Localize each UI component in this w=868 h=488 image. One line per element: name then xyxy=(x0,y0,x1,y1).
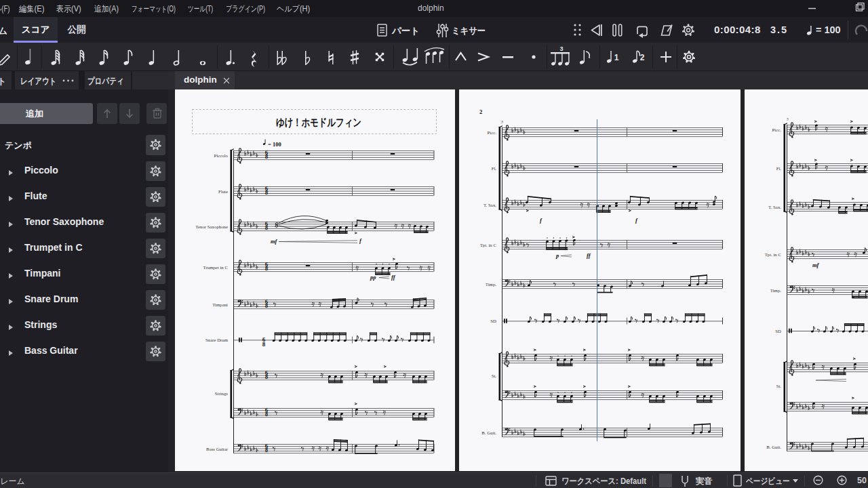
svg-text:Fl.: Fl. xyxy=(776,166,782,171)
svg-text:T. Sax.: T. Sax. xyxy=(484,203,496,207)
svg-text:Tpt. in C: Tpt. in C xyxy=(480,243,497,247)
svg-text:2: 2 xyxy=(479,108,482,115)
svg-text:5: 5 xyxy=(787,117,789,121)
svg-text:ff: ff xyxy=(587,252,591,259)
svg-text:Picc.: Picc. xyxy=(772,127,782,132)
svg-text:mf: mf xyxy=(271,238,278,245)
svg-text:Picc.: Picc. xyxy=(488,130,497,135)
svg-text:3: 3 xyxy=(500,120,503,124)
svg-text:ff: ff xyxy=(391,274,396,281)
svg-text:St.: St. xyxy=(776,384,782,388)
svg-text:Timp.: Timp. xyxy=(486,282,496,287)
svg-text:T. Sax.: T. Sax. xyxy=(768,205,781,209)
svg-text:B. Guit.: B. Guit. xyxy=(481,430,496,435)
svg-text:SD: SD xyxy=(490,319,496,323)
svg-text:Strings: Strings xyxy=(215,391,229,396)
svg-text:Timpani: Timpani xyxy=(212,302,228,307)
svg-text:8: 8 xyxy=(265,411,269,418)
svg-text:f: f xyxy=(635,217,638,224)
svg-text:2: 2 xyxy=(640,53,645,62)
svg-text:B. Guit.: B. Guit. xyxy=(766,445,781,449)
svg-text:Piccolo: Piccolo xyxy=(214,153,229,158)
svg-text:pp: pp xyxy=(370,274,376,281)
svg-text:St.: St. xyxy=(492,373,497,378)
svg-text:Trumpet in C: Trumpet in C xyxy=(203,265,229,270)
svg-text:8: 8 xyxy=(265,224,269,231)
svg-text:Timp.: Timp. xyxy=(770,288,781,293)
svg-text:p: p xyxy=(555,252,559,259)
svg-text:8: 8 xyxy=(265,265,269,272)
svg-text:ゆけ！ホモドルフィン: ゆけ！ホモドルフィン xyxy=(276,117,361,129)
svg-text:mf: mf xyxy=(812,262,820,268)
svg-text:8: 8 xyxy=(265,302,269,309)
svg-text:8: 8 xyxy=(265,447,269,453)
svg-text:Tpt. in C: Tpt. in C xyxy=(765,252,782,257)
svg-text:8: 8 xyxy=(265,153,269,160)
svg-text:f: f xyxy=(359,237,362,244)
svg-text:8: 8 xyxy=(265,189,269,196)
svg-text:8: 8 xyxy=(262,341,266,348)
svg-text:Fl.: Fl. xyxy=(492,166,497,171)
svg-text:8: 8 xyxy=(265,373,269,380)
svg-text:3: 3 xyxy=(559,45,563,52)
svg-text:Tenor Saxophone: Tenor Saxophone xyxy=(195,224,228,229)
svg-text:SD: SD xyxy=(775,329,781,333)
svg-text:Bass Guitar: Bass Guitar xyxy=(206,447,229,451)
svg-text:1: 1 xyxy=(614,53,619,62)
svg-text:Snare Drum: Snare Drum xyxy=(205,338,229,342)
svg-text:f: f xyxy=(540,217,542,224)
svg-text:= 100: = 100 xyxy=(268,141,281,148)
svg-text:Flute: Flute xyxy=(218,189,228,194)
